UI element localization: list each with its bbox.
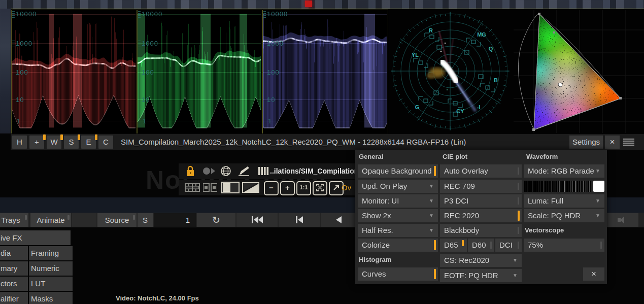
fx-item-media[interactable]: dia — [0, 246, 28, 260]
toggle-on-indicator — [434, 166, 436, 176]
wf-label-10: 10 — [142, 96, 150, 104]
setting-dci[interactable]: DCI — [495, 239, 522, 252]
vectorscope-pane: R MG Q YL B G CY -I — [388, 10, 514, 133]
slider-handle[interactable] — [600, 242, 602, 249]
split-view-icon[interactable] — [221, 182, 240, 193]
setting-cs-rec2020[interactable]: CS: Rec2020▼ — [440, 254, 522, 267]
scope-h-button[interactable]: H — [12, 136, 27, 149]
setting-curves[interactable]: Curves — [358, 267, 438, 281]
skip-start-icon — [252, 216, 263, 223]
hamburger-menu-icon[interactable] — [623, 139, 634, 146]
go-to-start-button[interactable] — [236, 213, 278, 227]
scope-c-button[interactable]: C — [98, 136, 113, 149]
settings-button[interactable]: Settings — [569, 136, 603, 149]
filmstrip-icon[interactable] — [185, 183, 200, 192]
panel-close-button[interactable]: × — [583, 267, 604, 281]
prev-frame-button[interactable] — [279, 213, 320, 227]
speaker-icon — [618, 216, 628, 224]
setting-luma[interactable]: Luma: Full▼ — [524, 194, 604, 208]
toggle-on-indicator — [434, 269, 436, 279]
tab-trays[interactable]: Trays — [0, 213, 28, 227]
setting-half-res[interactable]: Half Res.▼ — [358, 224, 438, 237]
chevron-down-icon: ▼ — [513, 269, 518, 282]
audio-mute-button[interactable] — [607, 213, 638, 227]
wf-tick-comb — [138, 41, 141, 49]
zoom-1to1-button[interactable]: 1:1 — [296, 181, 311, 195]
tab-animate[interactable]: Animate — [30, 213, 71, 227]
tab-notch — [25, 215, 27, 220]
scope-s-button[interactable]: S — [64, 136, 79, 149]
loop-icon: ↻ — [212, 215, 220, 225]
wf-label-10: 10 — [267, 96, 275, 104]
tab-s[interactable]: S — [138, 213, 153, 227]
pencil-icon[interactable] — [238, 165, 250, 177]
setting-upd-on-play[interactable]: Upd. On Play▼ — [358, 180, 438, 193]
app-screen: Not for Comm 10000 1000 100 10 1 10000 1… — [0, 0, 644, 304]
toggle-on-indicator — [462, 240, 464, 246]
wf-label-10000: 10000 — [16, 10, 37, 18]
lock-icon[interactable] — [186, 165, 195, 177]
fx-item-framing[interactable]: Framing — [29, 246, 73, 260]
filmstrip-frames-icon[interactable] — [203, 183, 217, 192]
setting-scale[interactable]: Scale: PQ HDR▼ — [524, 209, 604, 222]
video-background-left — [0, 9, 11, 133]
wf-label-100: 100 — [142, 69, 154, 76]
tab-notch — [67, 215, 70, 220]
setting-wf-mode[interactable]: Mode: RGB Parade▼ — [524, 164, 604, 178]
setting-auto-overlay[interactable]: Auto Overlay — [440, 164, 522, 178]
setting-rec2020[interactable]: REC 2020 — [440, 209, 522, 222]
play-backward-button[interactable] — [321, 213, 356, 227]
waveform-pane-blue: 10000 1000 100 10 1 — [262, 10, 388, 134]
fx-item-vectors[interactable]: ctors — [0, 277, 28, 291]
zoom-in-button[interactable]: + — [280, 181, 295, 195]
layer-bars-icon[interactable] — [258, 165, 269, 177]
toggle-on-indicator — [434, 240, 436, 250]
setting-blackbody[interactable]: Blackbody — [440, 224, 522, 237]
wipe-split-icon[interactable] — [242, 182, 260, 193]
fx-item-primary[interactable]: mary — [0, 261, 28, 276]
fit-view-button[interactable] — [313, 181, 327, 195]
wf-tick-comb — [263, 41, 266, 49]
scope-close-button[interactable]: × — [605, 136, 620, 149]
histogram-shade — [524, 181, 591, 192]
setting-d60[interactable]: D60 — [468, 239, 494, 252]
waveform-blue-canvas — [263, 10, 387, 132]
loop-button[interactable]: ↻ — [197, 213, 235, 227]
fx-item-lut[interactable]: LUT — [29, 277, 73, 291]
wf-label-100: 100 — [267, 69, 280, 76]
setting-show-2x[interactable]: Show 2x▼ — [358, 209, 438, 222]
overlay-label[interactable]: Ov — [342, 183, 351, 192]
fx-item-qualifier[interactable]: alifier — [0, 292, 28, 304]
fx-item-masks[interactable]: Masks — [29, 292, 73, 304]
scope-e-button[interactable]: E — [81, 136, 96, 149]
globe-icon[interactable] — [220, 165, 231, 177]
chevron-down-icon: ▼ — [595, 209, 600, 222]
toggle-off-indicator — [490, 242, 492, 249]
frame-number-field[interactable]: 1 — [154, 213, 196, 227]
wf-label-1000: 1000 — [142, 40, 158, 47]
playhead-follow-icon[interactable] — [202, 165, 215, 177]
chevron-down-icon: ▼ — [429, 194, 434, 208]
setting-vectorscope-percent[interactable]: 75% — [524, 239, 604, 252]
scope-w-button[interactable]: W — [47, 136, 61, 149]
white-swatch[interactable] — [593, 181, 604, 192]
tab-notch — [133, 215, 135, 220]
setting-colorize[interactable]: Colorize — [358, 239, 438, 252]
setting-opaque-background[interactable]: Opaque Background — [358, 164, 438, 178]
setting-p3-dci[interactable]: P3 DCI — [440, 194, 522, 208]
tab-source[interactable]: Source — [97, 213, 137, 227]
scope-plus-button[interactable]: + — [29, 136, 44, 149]
setting-monitor[interactable]: Monitor: UI▼ — [358, 194, 438, 208]
active-mark — [60, 134, 63, 140]
zoom-out-button[interactable]: − — [264, 181, 279, 195]
wf-label-1000: 1000 — [16, 40, 32, 47]
video-background-strip — [0, 0, 644, 9]
setting-d65[interactable]: D65 — [440, 239, 467, 252]
toggle-off-indicator — [518, 197, 519, 205]
fx-item-numeric[interactable]: Numeric — [29, 261, 73, 276]
wf-tick-comb — [12, 41, 15, 49]
setting-rec709[interactable]: REC 709 — [440, 180, 522, 193]
fx-panel-header[interactable]: ive FX — [0, 230, 71, 245]
setting-eotf[interactable]: EOTF: PQ HDR▼ — [440, 269, 522, 282]
wf-label-100: 100 — [16, 69, 28, 76]
